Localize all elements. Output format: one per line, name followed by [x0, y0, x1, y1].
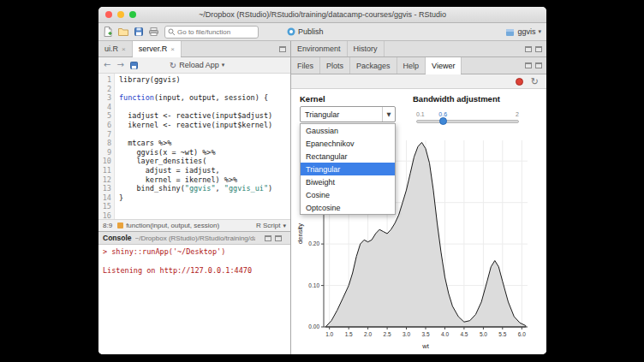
- maximize-pane-icon[interactable]: [275, 235, 282, 241]
- slider-track[interactable]: [416, 120, 519, 123]
- svg-text:1.5: 1.5: [345, 331, 353, 337]
- forward-icon[interactable]: →: [116, 61, 123, 69]
- chevron-down-icon: ▾: [222, 62, 225, 68]
- dropdown-option[interactable]: Biweight: [301, 175, 395, 188]
- svg-text:3.5: 3.5: [421, 331, 429, 337]
- rstudio-window: ~/Dropbox (RStudio)/RStudio/training/dat…: [98, 7, 546, 354]
- code-line: layer_densities(: [119, 157, 290, 166]
- reload-app-label: Reload App: [179, 61, 219, 69]
- code-line: [119, 85, 290, 94]
- scope-menu[interactable]: function(input, output, session): [117, 222, 219, 229]
- refresh-icon[interactable]: ↻: [531, 77, 539, 86]
- dropdown-option[interactable]: Rectangular: [301, 150, 395, 163]
- code-line: mtcars %>%: [119, 139, 290, 148]
- code-line: function(input, output, session) {: [119, 93, 290, 103]
- bandwidth-slider[interactable]: 0.1 0.6 2: [416, 120, 519, 123]
- dropdown-option[interactable]: Optcosine: [301, 201, 395, 214]
- console-line: > shiny::runApp('~/Desktop'): [103, 247, 286, 257]
- tab-viewer[interactable]: Viewer: [426, 57, 462, 74]
- window-title: ~/Dropbox (RStudio)/RStudio/training/dat…: [199, 10, 446, 19]
- bandwidth-slider-min: 0.1: [416, 111, 425, 117]
- close-window-button[interactable]: [105, 11, 112, 18]
- new-file-icon[interactable]: [104, 27, 112, 37]
- console-header: Console ~/Dropbox (RStudio)/RStudio/trai…: [98, 231, 290, 245]
- tab-history[interactable]: History: [348, 41, 385, 56]
- open-folder-icon[interactable]: [118, 27, 128, 36]
- chevron-down-icon: ▼: [382, 107, 395, 122]
- tab-packages[interactable]: Packages: [350, 57, 397, 74]
- project-label: ggvis: [517, 27, 535, 36]
- svg-text:2.0: 2.0: [364, 331, 372, 337]
- code-line: }: [119, 193, 290, 203]
- tab-files[interactable]: Files: [291, 57, 320, 74]
- tab-label: server.R: [139, 45, 168, 53]
- tab-label: History: [354, 45, 378, 53]
- zoom-window-button[interactable]: [129, 11, 136, 18]
- project-cube-icon: [505, 27, 515, 37]
- publish-button[interactable]: Publish: [287, 27, 324, 36]
- dropdown-option[interactable]: Epanechnikov: [301, 137, 395, 150]
- svg-text:density: density: [296, 223, 304, 244]
- close-icon[interactable]: ×: [122, 45, 126, 53]
- files-plots-tabbar: Files Plots Packages Help Viewer: [291, 57, 546, 74]
- minimize-pane-icon[interactable]: [525, 62, 532, 68]
- minimize-pane-icon[interactable]: [265, 235, 271, 241]
- bandwidth-slider-handle[interactable]: [439, 117, 447, 125]
- code-line: [119, 202, 290, 211]
- function-icon: [117, 223, 123, 228]
- svg-text:1.0: 1.0: [325, 331, 333, 337]
- print-icon[interactable]: [149, 27, 158, 36]
- tab-server-r[interactable]: server.R ×: [133, 41, 182, 56]
- console-line: Listening on http://127.0.0.1:4470: [103, 266, 286, 276]
- kernel-select[interactable]: Triangular ▼: [300, 106, 396, 122]
- scope-label: function(input, output, session): [126, 222, 219, 229]
- environment-history-tabbar: Environment History: [291, 41, 546, 57]
- svg-text:wt: wt: [421, 342, 429, 350]
- maximize-pane-icon[interactable]: [535, 46, 542, 52]
- tab-help[interactable]: Help: [397, 57, 426, 74]
- code-line: ikernel <- reactive(input$kernel): [119, 121, 290, 130]
- svg-text:2.5: 2.5: [384, 331, 391, 337]
- close-icon[interactable]: ×: [170, 45, 175, 53]
- file-type-label: R Script: [256, 222, 280, 229]
- file-type-menu[interactable]: R Script ▾: [256, 222, 286, 229]
- tab-label: Plots: [326, 62, 343, 70]
- minimize-window-button[interactable]: [117, 11, 124, 18]
- reload-app-button[interactable]: ↻ Reload App ▾: [170, 61, 224, 70]
- svg-text:4.5: 4.5: [460, 331, 468, 337]
- publish-icon: [287, 27, 295, 36]
- line-number-gutter: 12345678910111213141516: [98, 74, 115, 219]
- popout-pane-icon[interactable]: [279, 46, 286, 52]
- kernel-dropdown: GaussianEpanechnikovRectangularTriangula…: [300, 123, 396, 215]
- project-menu[interactable]: ggvis ▾: [505, 27, 541, 37]
- svg-text:6.0: 6.0: [518, 331, 526, 337]
- tab-label: Viewer: [432, 62, 455, 70]
- dropdown-option[interactable]: Triangular: [301, 163, 395, 175]
- save-icon[interactable]: [130, 62, 138, 69]
- search-input[interactable]: [177, 28, 255, 36]
- tab-environment[interactable]: Environment: [291, 41, 348, 56]
- svg-text:0.00: 0.00: [308, 323, 319, 329]
- dropdown-option[interactable]: Cosine: [301, 188, 395, 201]
- back-icon[interactable]: ←: [104, 61, 110, 69]
- code-line: adjust = iadjust,: [119, 166, 290, 175]
- save-icon[interactable]: [134, 27, 143, 36]
- stop-app-button[interactable]: [516, 78, 523, 86]
- svg-text:4.0: 4.0: [441, 331, 449, 337]
- code-editor[interactable]: 12345678910111213141516 library(ggvis) f…: [98, 74, 290, 219]
- code-area[interactable]: library(ggvis) function(input, output, s…: [115, 74, 290, 219]
- goto-file-search[interactable]: [164, 26, 259, 39]
- svg-text:3.0: 3.0: [402, 331, 410, 337]
- maximize-pane-icon[interactable]: [535, 62, 542, 68]
- minimize-pane-icon[interactable]: [525, 46, 532, 52]
- viewer-toolbar: ↻: [291, 74, 546, 89]
- console-line: [103, 257, 286, 266]
- console[interactable]: > shiny::runApp('~/Desktop') Listening o…: [98, 245, 290, 354]
- editor-tabbar: ui.R × server.R ×: [98, 41, 290, 57]
- tab-label: ui.R: [104, 45, 118, 53]
- tab-plots[interactable]: Plots: [320, 57, 350, 74]
- dropdown-option[interactable]: Gaussian: [301, 124, 395, 137]
- viewer-content: Kernel Bandwidth adjustment Triangular ▼…: [291, 89, 546, 354]
- tab-ui-r[interactable]: ui.R ×: [98, 41, 133, 56]
- reload-icon: ↻: [170, 61, 176, 70]
